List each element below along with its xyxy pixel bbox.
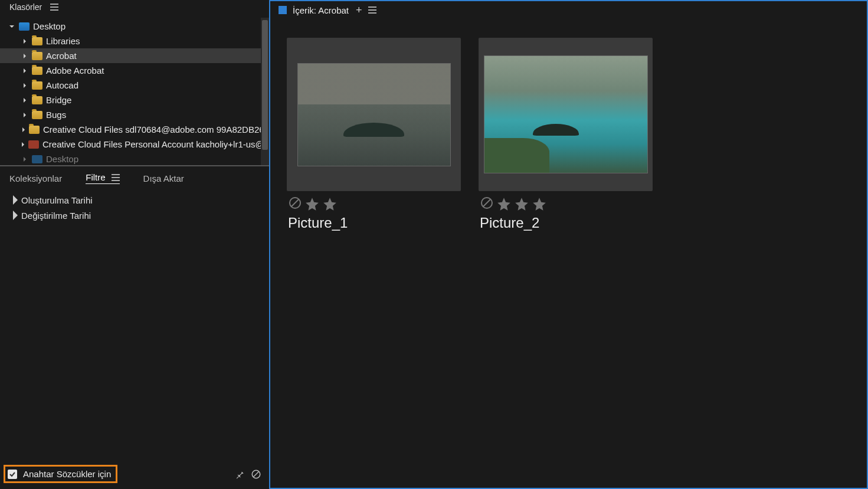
thumbnail-name: Picture_2 <box>479 215 653 231</box>
chevron-right-icon[interactable] <box>20 127 27 133</box>
left-panel: Klasörler Desktop Libraries Acrobat <box>0 0 270 489</box>
folder-label: Desktop <box>46 154 78 164</box>
keywords-label: Anahtar Sözcükler için <box>23 469 111 479</box>
scrollbar-thumb[interactable] <box>262 20 268 150</box>
chevron-right-icon[interactable] <box>20 97 30 103</box>
tab-export[interactable]: Dışa Aktar <box>143 173 184 183</box>
folder-row-acrobat[interactable]: Acrobat <box>0 48 269 63</box>
chevron-right-icon[interactable] <box>20 142 26 147</box>
folders-menu-icon[interactable] <box>50 4 58 11</box>
thumbnail-frame[interactable] <box>479 38 653 191</box>
thumbnail-image <box>484 55 648 173</box>
thumbnail-meta <box>287 191 461 215</box>
folder-row-desktop-sub[interactable]: Desktop <box>0 152 269 164</box>
panel-indicator-icon <box>279 6 287 14</box>
folder-row-autocad[interactable]: Autocad <box>0 78 269 93</box>
folder-icon <box>29 126 40 134</box>
folder-label: Bugs <box>46 110 66 120</box>
chevron-right-icon[interactable] <box>20 112 30 118</box>
tab-collections[interactable]: Koleksiyonlar <box>9 173 62 183</box>
filter-label: Değiştirilme Tarihi <box>21 211 91 221</box>
folder-row-bugs[interactable]: Bugs <box>0 107 269 122</box>
chevron-right-icon[interactable] <box>20 156 30 162</box>
thumbnail-image <box>297 63 451 166</box>
chevron-right-icon[interactable] <box>9 209 21 221</box>
svg-line-5 <box>483 199 490 206</box>
svg-line-1 <box>254 471 259 477</box>
folders-title: Klasörler <box>9 2 42 12</box>
tab-filter-label: Filtre <box>86 172 105 182</box>
star-icon[interactable] <box>322 196 338 212</box>
folder-icon <box>32 111 42 119</box>
folder-scrollbar[interactable] <box>261 18 269 165</box>
thumbnail-meta <box>479 191 653 215</box>
content-title: İçerik: Acrobat <box>293 5 349 15</box>
chevron-right-icon[interactable] <box>9 194 21 206</box>
right-panel: İçerik: Acrobat + Picture_1 <box>270 0 868 489</box>
folder-row-ccfiles-2[interactable]: Creative Cloud Files Personal Account ka… <box>0 137 269 152</box>
reject-icon[interactable] <box>480 196 494 212</box>
star-icon[interactable] <box>532 196 547 212</box>
folder-row-bridge[interactable]: Bridge <box>0 93 269 107</box>
desktop-icon <box>19 22 30 31</box>
chevron-right-icon[interactable] <box>20 53 30 59</box>
filter-modified-date[interactable]: Değiştirilme Tarihi <box>0 208 269 223</box>
folder-label: Bridge <box>46 95 71 105</box>
chevron-right-icon[interactable] <box>20 83 30 88</box>
thumbnail-name: Picture_1 <box>287 215 461 231</box>
folder-icon <box>32 37 42 45</box>
keywords-highlight: Anahtar Sözcükler için <box>4 465 117 483</box>
folder-label: Libraries <box>46 36 80 46</box>
tab-filter[interactable]: Filtre <box>86 172 119 184</box>
filter-body: Oluşturulma Tarihi Değiştirilme Tarihi <box>0 189 269 461</box>
svg-line-3 <box>291 199 299 206</box>
folder-label: Creative Cloud Files sdl70684@adobe.com … <box>43 124 269 134</box>
folder-icon <box>32 96 42 104</box>
chevron-down-icon[interactable] <box>7 24 17 29</box>
thumbnail-card[interactable]: Picture_2 <box>479 38 653 231</box>
content-menu-icon[interactable] <box>368 6 376 14</box>
folder-icon <box>32 67 42 75</box>
content-body[interactable]: Picture_1 Picture_2 <box>270 21 868 489</box>
thumbnail-card[interactable]: Picture_1 <box>287 38 461 231</box>
star-icon[interactable] <box>514 196 529 212</box>
filter-created-date[interactable]: Oluşturulma Tarihi <box>0 192 269 208</box>
middle-tabs: Koleksiyonlar Filtre Dışa Aktar <box>0 166 269 189</box>
keywords-checkbox[interactable] <box>8 470 17 479</box>
folder-label: Creative Cloud Files Personal Account ka… <box>42 139 269 149</box>
cloud-folder-icon <box>32 155 42 163</box>
chevron-right-icon[interactable] <box>20 68 30 74</box>
content-header: İçerik: Acrobat + <box>270 0 868 21</box>
bottom-bar: Anahtar Sözcükler için <box>0 461 269 489</box>
clear-icon[interactable] <box>250 468 262 480</box>
folders-panel-header: Klasörler <box>0 0 269 18</box>
folder-row-ccfiles-1[interactable]: Creative Cloud Files sdl70684@adobe.com … <box>0 122 269 137</box>
folder-label: Autocad <box>46 80 78 90</box>
pin-icon[interactable] <box>234 468 245 480</box>
star-icon[interactable] <box>304 196 320 212</box>
chevron-right-icon[interactable] <box>20 38 30 44</box>
folder-row-adobe-acrobat[interactable]: Adobe Acrobat <box>0 63 269 78</box>
cc-folder-icon <box>28 140 39 149</box>
filter-label: Oluşturulma Tarihi <box>21 195 93 205</box>
add-tab-icon[interactable]: + <box>356 4 362 17</box>
folder-row-libraries[interactable]: Libraries <box>0 34 269 48</box>
thumbnail-frame[interactable] <box>287 38 461 191</box>
folder-label: Adobe Acrobat <box>46 65 104 76</box>
reject-icon[interactable] <box>288 196 302 212</box>
folder-label: Desktop <box>33 21 65 31</box>
star-icon[interactable] <box>496 196 512 212</box>
folder-tree: Desktop Libraries Acrobat Adobe Acrobat <box>0 18 269 165</box>
filter-menu-icon[interactable] <box>112 174 120 181</box>
folder-row-desktop[interactable]: Desktop <box>0 19 269 34</box>
folder-icon <box>32 81 42 90</box>
folder-icon <box>32 52 42 60</box>
folder-label: Acrobat <box>46 51 77 61</box>
